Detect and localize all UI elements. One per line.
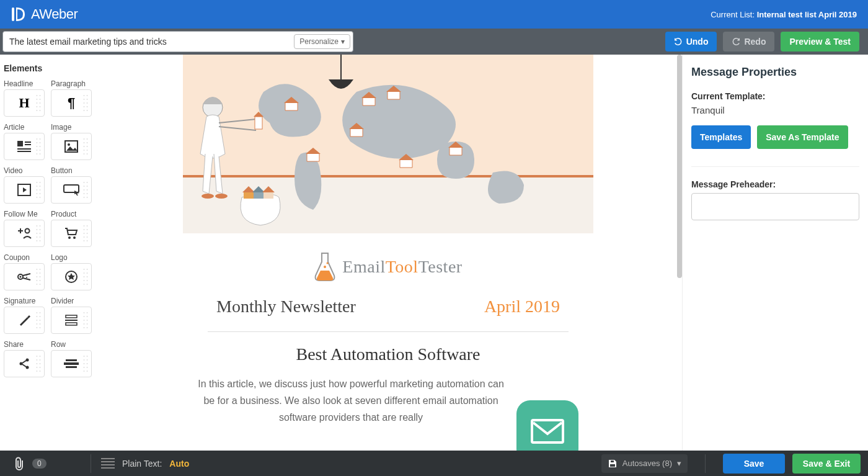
article-block[interactable]: Best Automation Software In this article… xyxy=(183,344,593,451)
properties-divider xyxy=(691,166,859,167)
flask-icon xyxy=(314,252,336,282)
footer-bar: 0 Plain Text: Auto Autosaves (8) ▾ Save … xyxy=(0,451,868,476)
element-label: Row xyxy=(51,340,92,349)
content-divider xyxy=(208,331,569,332)
canvas-scrollbar[interactable] xyxy=(677,55,682,278)
element-label: Coupon xyxy=(4,253,45,262)
preheader-input[interactable] xyxy=(691,193,859,220)
chevron-down-icon: ▾ xyxy=(341,37,345,46)
element-label: Product xyxy=(51,210,92,218)
svg-rect-3 xyxy=(25,144,31,145)
svg-rect-5 xyxy=(17,151,31,152)
element-video[interactable] xyxy=(4,176,45,204)
element-label: Article xyxy=(4,123,45,132)
element-image[interactable] xyxy=(51,133,92,160)
footer-separator xyxy=(91,454,91,473)
newsletter-title: Monthly Newsletter xyxy=(216,297,356,317)
plain-text-value: Auto xyxy=(169,459,189,469)
svg-point-16 xyxy=(20,276,22,278)
element-row[interactable] xyxy=(51,350,92,377)
hero-illustration-icon xyxy=(183,55,593,233)
envelope-icon xyxy=(531,419,564,444)
properties-title: Message Properties xyxy=(691,66,859,79)
svg-rect-21 xyxy=(66,323,77,325)
brand-name: AWeber xyxy=(31,6,78,22)
redo-button[interactable]: Redo xyxy=(723,32,774,52)
newsletter-heading-row[interactable]: Monthly Newsletter April 2019 xyxy=(183,294,593,331)
article-icon xyxy=(17,141,31,152)
svg-point-12 xyxy=(25,229,30,233)
element-article[interactable] xyxy=(4,133,45,160)
element-divider[interactable] xyxy=(51,307,92,334)
save-button[interactable]: Save xyxy=(723,454,785,474)
autosaves-dropdown[interactable]: Autosaves (8) ▾ xyxy=(601,454,688,473)
element-share[interactable] xyxy=(4,350,45,377)
preview-test-button[interactable]: Preview & Test xyxy=(781,32,859,52)
svg-rect-27 xyxy=(66,366,77,368)
attachment-icon[interactable] xyxy=(14,457,25,470)
footer-separator xyxy=(705,454,706,473)
chevron-down-icon: ▾ xyxy=(677,459,681,468)
svg-point-54 xyxy=(324,266,326,268)
element-paragraph[interactable]: ¶ xyxy=(51,89,92,117)
element-logo[interactable] xyxy=(51,263,92,290)
save-exit-button[interactable]: Save & Exit xyxy=(792,454,861,474)
properties-panel: Message Properties Current Template: Tra… xyxy=(682,55,868,451)
element-coupon[interactable] xyxy=(4,263,45,290)
hero-image[interactable] xyxy=(183,55,593,233)
svg-marker-9 xyxy=(23,187,27,192)
email-canvas[interactable]: EmailToolTester Monthly Newsletter April… xyxy=(94,55,682,451)
current-list-label: Current List: xyxy=(711,10,755,19)
subject-wrap: Personalize ▾ xyxy=(2,31,353,52)
text-lines-icon xyxy=(101,458,115,469)
logo-icon xyxy=(64,270,78,284)
element-label: Image xyxy=(51,123,92,132)
row-icon xyxy=(64,358,79,369)
svg-point-55 xyxy=(327,263,329,264)
svg-point-46 xyxy=(202,194,214,199)
undo-button[interactable]: Undo xyxy=(665,32,717,52)
svg-rect-56 xyxy=(532,420,563,442)
element-product[interactable] xyxy=(51,220,92,247)
current-list[interactable]: Current List: Internal test list April 2… xyxy=(711,10,857,19)
article-icon-box xyxy=(516,400,578,451)
element-label: Headline xyxy=(4,79,45,88)
newsletter-date: April 2019 xyxy=(484,297,560,317)
element-signature[interactable] xyxy=(4,307,45,334)
brand-logo[interactable]: AWeber xyxy=(11,6,78,22)
element-button[interactable] xyxy=(51,176,92,204)
element-label: Paragraph xyxy=(51,79,92,88)
elements-panel: Elements Headline H Paragraph ¶ Article … xyxy=(0,55,94,451)
templates-button[interactable]: Templates xyxy=(691,125,751,149)
email-logo-block[interactable]: EmailToolTester xyxy=(183,233,593,294)
coupon-icon xyxy=(17,271,32,282)
current-template-label: Current Template: xyxy=(691,91,859,101)
headline-icon: H xyxy=(19,95,29,111)
element-follow-me[interactable] xyxy=(4,220,45,247)
svg-rect-20 xyxy=(65,320,78,321)
current-template-value: Tranquil xyxy=(691,105,859,115)
email-logo-text: EmailToolTester xyxy=(342,257,462,277)
svg-marker-51 xyxy=(252,186,265,192)
app-topbar: AWeber Current List: Internal test list … xyxy=(0,0,868,29)
save-disk-icon xyxy=(608,459,618,469)
product-icon xyxy=(64,227,79,240)
save-as-template-button[interactable]: Save As Template xyxy=(757,125,848,149)
element-headline[interactable]: H xyxy=(4,89,45,117)
element-label: Divider xyxy=(51,297,92,305)
svg-rect-19 xyxy=(66,315,77,318)
svg-rect-57 xyxy=(610,464,615,467)
signature-icon xyxy=(17,313,31,327)
image-icon xyxy=(64,140,78,153)
preheader-label: Message Preheader: xyxy=(691,179,859,189)
action-bar: Personalize ▾ Undo Redo Preview & Test xyxy=(0,29,868,55)
svg-marker-53 xyxy=(262,186,275,192)
personalize-button[interactable]: Personalize ▾ xyxy=(294,34,350,49)
svg-point-14 xyxy=(73,236,76,239)
element-label: Logo xyxy=(51,253,92,262)
redo-icon xyxy=(732,37,740,46)
svg-rect-25 xyxy=(66,359,77,361)
svg-rect-58 xyxy=(611,460,614,462)
svg-marker-18 xyxy=(68,273,75,280)
plain-text-toggle[interactable]: Plain Text: Auto xyxy=(101,458,189,469)
